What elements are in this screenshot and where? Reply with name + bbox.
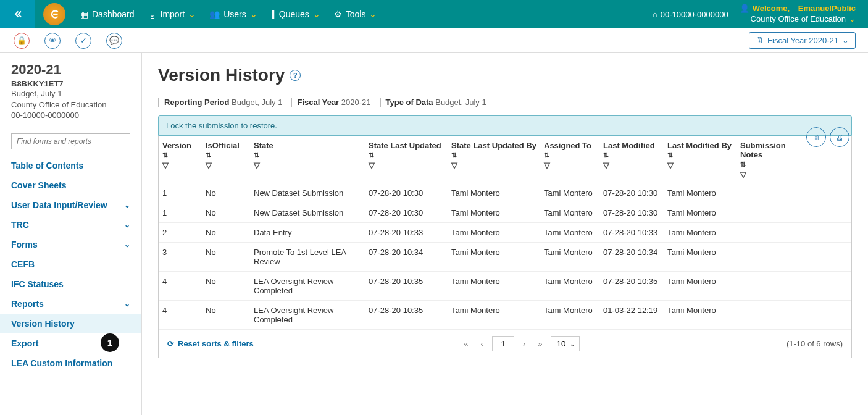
sub-toolbar: 🔒 👁 ✓ 💬 🗓Fiscal Year 2020-21⌄ [0, 28, 868, 53]
sidebar-item-reports[interactable]: Reports⌄ [0, 294, 141, 314]
sort-icon[interactable]: ⇅ [603, 151, 660, 159]
pager-page-input[interactable] [492, 336, 514, 351]
col-header[interactable]: State⇅▽ [250, 136, 365, 183]
pager-prev[interactable]: ‹ [477, 338, 487, 350]
table-row[interactable]: 3NoPromote To 1st Level LEA Review07-28-… [159, 243, 851, 272]
check-icon[interactable]: ✓ [75, 33, 91, 49]
nav-dashboard[interactable]: ▦Dashboard [80, 9, 135, 19]
nav-users[interactable]: 👥Users⌄ [209, 9, 257, 19]
search-input[interactable] [11, 133, 130, 149]
filter-icon[interactable]: ▽ [206, 161, 246, 170]
nav-tools[interactable]: ⚙Tools⌄ [334, 9, 377, 19]
pager-next[interactable]: › [519, 338, 529, 350]
sidebar-item-forms[interactable]: Forms⌄ [0, 235, 141, 254]
cell: Tami Montero [540, 203, 599, 222]
cell: 3 [159, 243, 202, 271]
filter-icon[interactable]: ▽ [603, 161, 660, 170]
pager-size-select[interactable]: 10 [551, 336, 580, 351]
filter-icon[interactable]: ▽ [254, 161, 361, 170]
cell [737, 243, 811, 271]
cell: Promote To 1st Level LEA Review [250, 243, 365, 271]
col-header[interactable]: IsOfficial⇅▽ [202, 136, 250, 183]
filter-icon[interactable]: ▽ [369, 161, 444, 170]
cell [737, 203, 811, 222]
app-logo [43, 3, 65, 25]
table-row[interactable]: 4NoLEA Oversight Review Completed07-28-2… [159, 301, 851, 330]
lock-icon[interactable]: 🔒 [14, 33, 30, 49]
filter-icon[interactable]: ▽ [544, 161, 596, 170]
nav-import[interactable]: ⭳Import⌄ [148, 9, 196, 19]
sidebar-collapse-button[interactable] [0, 0, 35, 28]
col-header[interactable]: Last Modified⇅▽ [599, 136, 664, 183]
sort-icon[interactable]: ⇅ [544, 151, 596, 159]
filter-reset-icon: ⟳ [167, 339, 174, 348]
info-notice: Lock the submission to restore. [158, 115, 852, 136]
table-row[interactable]: 1NoNew Dataset Submission07-28-20 10:30T… [159, 203, 851, 223]
sidebar-item-label: CEFB [11, 259, 35, 269]
sidebar-item-version-history[interactable]: Version History [0, 314, 141, 333]
sort-icon[interactable]: ⇅ [451, 151, 536, 159]
sidebar-item-export[interactable]: Export [0, 333, 141, 353]
cell: 01-03-22 12:19 [599, 301, 664, 329]
cell: No [202, 243, 250, 271]
sort-icon[interactable]: ⇅ [667, 151, 733, 159]
pager-first[interactable]: « [460, 338, 472, 350]
cell: No [202, 203, 250, 222]
pager-last[interactable]: » [534, 338, 546, 350]
sidebar-item-table-of-contents[interactable]: Table of Contents [0, 156, 141, 175]
cell: Tami Montero [448, 223, 540, 242]
eye-icon[interactable]: 👁 [44, 33, 61, 49]
print-button[interactable]: 🖨 [830, 127, 849, 147]
users-icon: 👥 [209, 9, 220, 19]
topbar: ▦Dashboard ⭳Import⌄ 👥Users⌄ ‖Queues⌄ ⚙To… [0, 0, 868, 28]
col-header[interactable]: State Last Updated By⇅▽ [448, 136, 540, 183]
filter-icon[interactable]: ▽ [667, 161, 733, 170]
sidebar-item-label: Table of Contents [11, 161, 83, 170]
chevron-down-icon: ⌄ [124, 300, 130, 308]
cell: Tami Montero [448, 203, 540, 222]
cell: 1 [159, 183, 202, 203]
sidebar-item-cover-sheets[interactable]: Cover Sheets [0, 175, 141, 195]
filter-icon[interactable]: ▽ [162, 161, 198, 170]
cell: 4 [159, 272, 202, 300]
cell: Tami Montero [448, 183, 540, 203]
col-header[interactable]: Assigned To⇅▽ [540, 136, 599, 183]
sort-icon[interactable]: ⇅ [369, 151, 444, 159]
filter-icon[interactable]: ▽ [451, 161, 536, 170]
table-row[interactable]: 4NoLEA Oversight Review Completed07-28-2… [159, 272, 851, 301]
filter-icon[interactable]: ▽ [740, 170, 807, 179]
col-header[interactable]: Version⇅▽ [159, 136, 202, 183]
grid-icon: ▦ [80, 9, 88, 19]
sidebar-item-ifc-statuses[interactable]: IFC Statuses [0, 274, 141, 294]
sidebar-item-cefb[interactable]: CEFB [0, 254, 141, 274]
fiscal-year-selector[interactable]: 🗓Fiscal Year 2020-21⌄ [749, 32, 856, 49]
sort-icon[interactable]: ⇅ [206, 151, 246, 159]
col-header[interactable]: Submission Notes⇅▽ [737, 136, 811, 183]
cell: Tami Montero [540, 272, 599, 300]
org-code: ⌂00-10000-0000000 [653, 10, 728, 19]
sidebar-item-trc[interactable]: TRC⌄ [0, 215, 141, 235]
nav-queues[interactable]: ‖Queues⌄ [271, 9, 320, 19]
sidebar-item-label: Version History [11, 319, 75, 329]
sort-icon[interactable]: ⇅ [740, 161, 807, 169]
user-menu[interactable]: 👤Welcome, EmanuelPublic County Office of… [740, 4, 856, 25]
col-header[interactable]: Last Modified By⇅▽ [664, 136, 737, 183]
cell: Tami Montero [448, 243, 540, 271]
comment-icon[interactable]: 💬 [106, 33, 122, 49]
export-button[interactable]: 🗎 [806, 127, 826, 147]
cell: 2 [159, 223, 202, 242]
reset-filters-button[interactable]: ⟳Reset sorts & filters [167, 339, 254, 348]
sort-icon[interactable]: ⇅ [162, 151, 198, 159]
user-icon: 👤 [740, 4, 749, 14]
cell: Tami Montero [448, 301, 540, 329]
sidebar-item-lea-custom-information[interactable]: LEA Custom Information [0, 353, 141, 373]
table-row[interactable]: 1NoNew Dataset Submission07-28-20 10:30T… [159, 183, 851, 203]
sidebar-item-user-data-input-review[interactable]: User Data Input/Review⌄ [0, 195, 141, 215]
table-row[interactable]: 2NoData Entry07-28-20 10:33Tami MonteroT… [159, 223, 851, 243]
sort-icon[interactable]: ⇅ [254, 151, 361, 159]
cell: No [202, 301, 250, 329]
cell: LEA Oversight Review Completed [250, 272, 365, 300]
col-header[interactable]: State Last Updated⇅▽ [365, 136, 448, 183]
help-icon[interactable]: ? [290, 70, 301, 81]
cell: No [202, 183, 250, 203]
